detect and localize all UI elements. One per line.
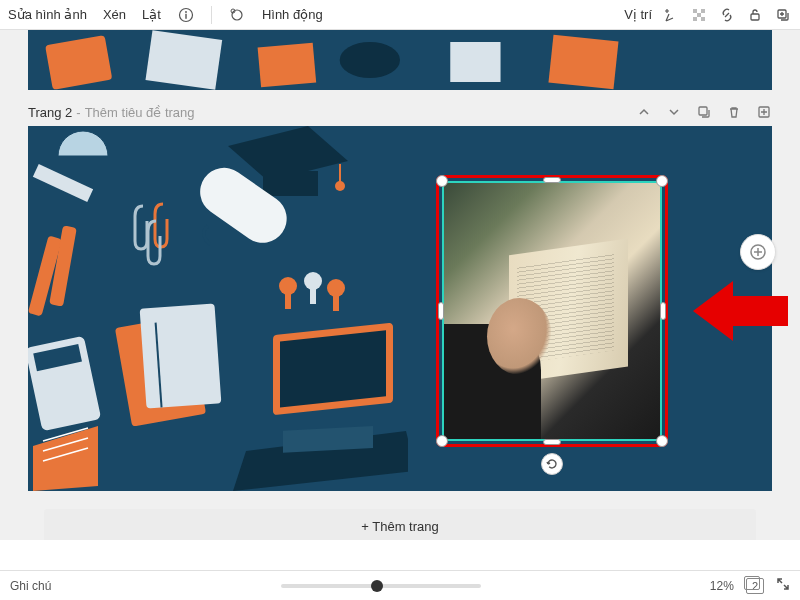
- svg-point-15: [340, 42, 400, 78]
- add-page-label: + Thêm trang: [361, 519, 438, 534]
- page-title-separator: -: [76, 105, 80, 120]
- resize-handle-bottom-right[interactable]: [656, 435, 668, 447]
- resize-handle-left[interactable]: [438, 302, 444, 320]
- toolbar-divider: [211, 6, 212, 24]
- svg-point-27: [279, 277, 297, 295]
- crop-button[interactable]: Xén: [103, 7, 126, 22]
- svg-point-3: [232, 10, 242, 20]
- bottom-right-controls: 12% 2: [710, 577, 790, 594]
- svg-rect-28: [285, 293, 291, 309]
- expand-icon[interactable]: [666, 104, 682, 120]
- svg-rect-9: [701, 17, 705, 21]
- svg-rect-8: [693, 17, 697, 21]
- svg-rect-16: [450, 42, 500, 82]
- resize-handle-top-left[interactable]: [436, 175, 448, 187]
- svg-rect-5: [693, 9, 697, 13]
- page-header-actions: [636, 104, 772, 120]
- link-icon[interactable]: [718, 6, 736, 24]
- zoom-slider-thumb[interactable]: [371, 580, 383, 592]
- transparency-icon[interactable]: [690, 6, 708, 24]
- resize-handle-top-right[interactable]: [656, 175, 668, 187]
- svg-point-29: [304, 272, 322, 290]
- collapse-icon[interactable]: [636, 104, 652, 120]
- svg-rect-30: [310, 288, 316, 304]
- page-number-label: Trang 2: [28, 105, 72, 120]
- arrow-annotation-icon: [693, 281, 793, 341]
- previous-page-thumbnail[interactable]: [28, 30, 772, 90]
- svg-rect-23: [263, 171, 318, 196]
- resize-handle-bottom[interactable]: [543, 439, 561, 445]
- bottom-bar: Ghi chú 12% 2: [0, 570, 800, 600]
- page-header: Trang 2 - Thêm tiêu đề trang: [16, 98, 784, 126]
- animate-icon: [228, 6, 246, 24]
- strip-decorations: [28, 30, 772, 90]
- canvas-area: Trang 2 - Thêm tiêu đề trang: [0, 30, 800, 540]
- info-icon[interactable]: [177, 6, 195, 24]
- lock-icon[interactable]: [746, 6, 764, 24]
- toolbar-right: Vị trí: [624, 6, 792, 24]
- animate-button[interactable]: Hình động: [262, 7, 323, 22]
- page-canvas[interactable]: [28, 126, 772, 491]
- resize-handle-right[interactable]: [660, 302, 666, 320]
- delete-page-icon[interactable]: [726, 104, 742, 120]
- svg-rect-18: [699, 107, 707, 115]
- duplicate-icon[interactable]: [774, 6, 792, 24]
- edit-image-button[interactable]: Sửa hình ảnh: [8, 7, 87, 22]
- svg-rect-39: [280, 330, 386, 407]
- copy-page-icon[interactable]: [696, 104, 712, 120]
- svg-point-1: [185, 11, 187, 13]
- svg-rect-7: [697, 13, 701, 17]
- svg-rect-10: [751, 14, 759, 20]
- resize-handle-top[interactable]: [543, 177, 561, 183]
- resize-handle-bottom-left[interactable]: [436, 435, 448, 447]
- svg-rect-14: [258, 43, 317, 88]
- decorative-illustrations: [28, 126, 408, 491]
- add-page-icon[interactable]: [756, 104, 772, 120]
- page-title-input[interactable]: Thêm tiêu đề trang: [85, 105, 195, 120]
- wand-icon[interactable]: [662, 6, 680, 24]
- add-page-button[interactable]: + Thêm trang: [44, 509, 756, 540]
- svg-point-31: [327, 279, 345, 297]
- zoom-slider[interactable]: [281, 584, 481, 588]
- svg-rect-36: [140, 303, 222, 408]
- top-toolbar: Sửa hình ảnh Xén Lật Hình động Vị trí: [0, 0, 800, 30]
- add-element-fab[interactable]: [740, 234, 776, 270]
- selection-outline: [442, 181, 662, 441]
- svg-rect-32: [333, 295, 339, 311]
- svg-rect-13: [145, 30, 222, 89]
- svg-rect-6: [701, 9, 705, 13]
- toolbar-left: Sửa hình ảnh Xén Lật Hình động: [8, 6, 624, 24]
- zoom-control: [51, 584, 709, 588]
- page-indicator[interactable]: 2: [746, 578, 764, 594]
- svg-rect-20: [33, 164, 93, 202]
- svg-rect-12: [45, 35, 112, 90]
- position-button[interactable]: Vị trí: [624, 7, 652, 22]
- selected-image-frame[interactable]: [442, 181, 662, 441]
- svg-rect-17: [548, 35, 618, 90]
- svg-rect-2: [185, 13, 186, 18]
- flip-button[interactable]: Lật: [142, 7, 161, 22]
- notes-button[interactable]: Ghi chú: [10, 579, 51, 593]
- zoom-percent-label[interactable]: 12%: [710, 579, 734, 593]
- fullscreen-icon[interactable]: [776, 577, 790, 594]
- rotate-handle[interactable]: [541, 453, 563, 475]
